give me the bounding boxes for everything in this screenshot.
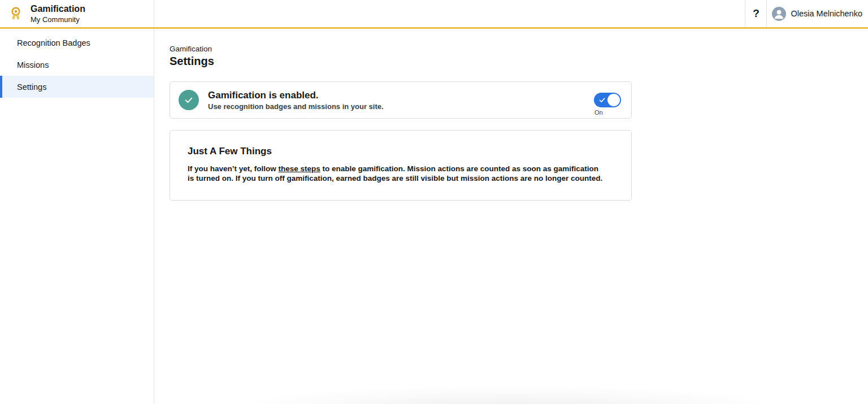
info-card-body: If you haven’t yet, follow these steps t… <box>188 164 604 183</box>
award-ribbon-icon <box>7 3 25 24</box>
app-header: Gamification My Community ? Olesia Melni… <box>0 0 868 27</box>
gamification-toggle[interactable] <box>594 93 621 107</box>
sidebar-item-missions[interactable]: Missions <box>0 54 154 76</box>
info-body-prefix: If you haven’t yet, follow <box>188 164 279 173</box>
question-mark-icon: ? <box>753 7 760 20</box>
header-spacer <box>154 0 745 27</box>
toggle-knob <box>607 94 620 106</box>
info-card: Just A Few Things If you haven’t yet, fo… <box>170 130 632 201</box>
these-steps-link[interactable]: these steps <box>279 164 320 173</box>
status-texts: Gamification is enabled. Use recognition… <box>208 89 384 111</box>
user-avatar-icon <box>772 7 786 21</box>
status-title: Gamification is enabled. <box>208 89 384 101</box>
user-name: Olesia Melnichenko <box>791 9 862 18</box>
page-title: Settings <box>170 54 868 68</box>
help-button[interactable]: ? <box>745 0 766 27</box>
bottom-scroll-shadow <box>188 380 834 404</box>
toggle-check-icon <box>598 97 606 103</box>
app-titles: Gamification My Community <box>31 3 85 24</box>
app-identity: Gamification My Community <box>0 0 154 27</box>
status-subtitle: Use recognition badges and missions in y… <box>208 102 384 111</box>
sidebar-item-recognition-badges[interactable]: Recognition Badges <box>0 32 154 54</box>
check-circle-icon <box>179 90 199 110</box>
sidebar-item-settings[interactable]: Settings <box>0 76 154 98</box>
breadcrumb: Gamification <box>170 44 868 54</box>
toggle-state-label: On <box>594 109 603 116</box>
app-subtitle: My Community <box>31 15 85 24</box>
gamification-toggle-group: On <box>594 93 621 116</box>
app-title: Gamification <box>31 3 85 15</box>
gamification-status-card: Gamification is enabled. Use recognition… <box>170 81 632 119</box>
main-content: Gamification Settings Gamification is en… <box>154 29 868 404</box>
user-profile-button[interactable]: Olesia Melnichenko <box>766 0 868 27</box>
info-card-title: Just A Few Things <box>188 145 604 157</box>
page-body: Recognition Badges Missions Settings Gam… <box>0 29 868 404</box>
sidebar-nav: Recognition Badges Missions Settings <box>0 29 154 404</box>
